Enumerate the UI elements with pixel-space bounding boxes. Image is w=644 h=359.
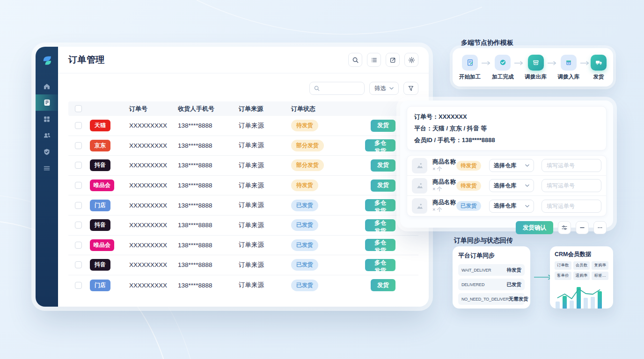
sliders-button[interactable]	[558, 221, 571, 234]
status-badge: 已发货	[291, 259, 318, 271]
multi-warehouse-ship-button[interactable]: 多仓发货	[365, 139, 395, 151]
collapse-button[interactable]	[576, 221, 589, 234]
row-checkbox[interactable]	[75, 242, 82, 249]
header-list-button[interactable]	[367, 53, 381, 67]
recipient-phone: 138****8888	[178, 282, 239, 289]
crm-tag: 复购率	[592, 261, 608, 270]
row-checkbox[interactable]	[75, 122, 82, 129]
order-detail-panel: 订单号：XXXXXXX 平台：天猫 / 京东 / 抖音 等 会员ID / 手机号…	[400, 101, 613, 228]
column-header: 收货人手机号	[178, 105, 239, 113]
tracking-number-input[interactable]	[542, 159, 601, 172]
header-search-button[interactable]	[348, 53, 362, 67]
grid-icon	[43, 115, 51, 123]
header-settings-button[interactable]	[404, 53, 418, 67]
sidebar-item-home[interactable]	[36, 78, 58, 94]
content-area: 筛选 订单号 收货人手机号 订单来源 订单状态	[58, 73, 429, 307]
chevron-down-icon	[525, 164, 529, 167]
warehouse-select[interactable]: 选择仓库	[489, 159, 534, 172]
minus-icon	[579, 224, 585, 231]
product-name: 商品名称	[432, 199, 456, 206]
platform-badge: 抖音	[90, 219, 110, 231]
order-source: 订单来源	[239, 281, 291, 289]
order-number: XXXXXXXXX	[129, 162, 178, 169]
status-code: WAIT_DELIVER	[461, 268, 491, 273]
arrow-right-icon	[514, 61, 524, 65]
order-source: 订单来源	[239, 122, 291, 130]
order-source: 订单来源	[239, 221, 291, 230]
order-source: 订单来源	[239, 241, 291, 249]
status-badge: 部分发货	[291, 159, 324, 171]
more-button[interactable]	[593, 221, 607, 234]
ship-confirm-button[interactable]: 发货确认	[516, 221, 553, 234]
row-checkbox[interactable]	[75, 202, 82, 209]
filter-funnel-button[interactable]	[403, 82, 418, 95]
product-quantity: × 个	[432, 186, 456, 193]
row-checkbox[interactable]	[75, 261, 82, 268]
tracking-number-input[interactable]	[542, 200, 601, 213]
recipient-phone: 138****8888	[178, 242, 239, 249]
sidebar-item-menu[interactable]	[36, 160, 58, 176]
crm-tag: 客单价	[555, 272, 571, 280]
product-image-placeholder	[412, 198, 427, 214]
row-checkbox[interactable]	[75, 222, 82, 229]
order-management-window: 订单管理	[36, 47, 429, 307]
order-number-line: 订单号：XXXXXXX	[414, 111, 599, 122]
sidebar-item-tasks[interactable]	[36, 144, 58, 160]
sliders-icon	[561, 224, 568, 231]
row-checkbox[interactable]	[75, 162, 82, 169]
ship-button[interactable]: 发货	[371, 279, 395, 291]
image-icon	[416, 162, 424, 169]
menu-icon	[43, 165, 51, 172]
status-badge: 待发货	[456, 161, 481, 171]
header-actions	[348, 53, 418, 67]
column-header: 订单来源	[239, 105, 291, 113]
arrow-right-icon	[580, 61, 590, 65]
order-source: 订单来源	[239, 181, 291, 190]
crm-title: CRM会员数据	[555, 251, 608, 258]
status-badge: 待发货	[456, 181, 481, 191]
ship-button[interactable]: 发货	[371, 180, 395, 192]
filter-dropdown[interactable]: 筛选	[369, 82, 399, 95]
order-source: 订单来源	[239, 261, 291, 269]
status-badge: 已发货	[291, 280, 318, 291]
multi-warehouse-ship-button[interactable]: 多仓发货	[365, 259, 395, 271]
multi-warehouse-ship-button[interactable]: 多仓发货	[365, 239, 395, 251]
header-share-button[interactable]	[386, 53, 400, 67]
sidebar-item-orders[interactable]	[36, 94, 58, 111]
warehouse-select[interactable]: 选择仓库	[489, 179, 534, 192]
ship-button[interactable]: 发货	[371, 120, 395, 132]
row-checkbox[interactable]	[75, 142, 82, 149]
recipient-phone: 138****8888	[178, 222, 239, 229]
product-quantity: × 个	[432, 206, 456, 213]
warehouse-select[interactable]: 选择仓库	[489, 200, 534, 213]
arrow-right-icon	[548, 61, 557, 65]
tracking-number-input[interactable]	[542, 179, 601, 192]
ship-button[interactable]: 发货	[371, 159, 395, 172]
status-badge: 已发货	[291, 200, 318, 211]
multi-warehouse-ship-button[interactable]: 多仓发货	[365, 199, 395, 211]
column-header: 订单号	[129, 105, 178, 113]
platform-badge: 京东	[90, 140, 110, 151]
table-row: 门店 XXXXXXXXX 138****8888 订单来源 已发货 多仓发货	[68, 195, 418, 215]
table-search-input[interactable]	[309, 82, 365, 95]
share-icon	[389, 57, 396, 64]
truck-icon	[591, 55, 607, 71]
row-checkbox[interactable]	[75, 182, 82, 189]
workflow-section-title: 多端节点协作模板	[461, 39, 513, 47]
order-source: 订单来源	[239, 161, 291, 170]
select-all-checkbox[interactable]	[75, 105, 82, 112]
sidebar-nav	[36, 78, 58, 176]
multi-warehouse-ship-button[interactable]: 多仓发货	[365, 219, 395, 231]
row-checkbox[interactable]	[75, 282, 82, 289]
table-row: 抖音 XXXXXXXXX 138****8888 订单来源 已发货 多仓发货	[68, 215, 418, 236]
status-badge: 部分发货	[291, 140, 324, 151]
sidebar-item-apps[interactable]	[36, 111, 58, 127]
more-icon	[597, 224, 603, 231]
document-icon	[43, 99, 51, 107]
order-number: XXXXXXXXX	[129, 282, 178, 289]
recipient-phone: 138****8888	[178, 142, 239, 149]
order-number: XXXXXXXXX	[129, 182, 178, 189]
sidebar-item-customers[interactable]	[36, 127, 58, 144]
table-row: 唯品会 XXXXXXXXX 138****8888 订单来源 已发货 多仓发货	[68, 236, 418, 256]
recipient-phone: 138****8888	[178, 162, 239, 169]
